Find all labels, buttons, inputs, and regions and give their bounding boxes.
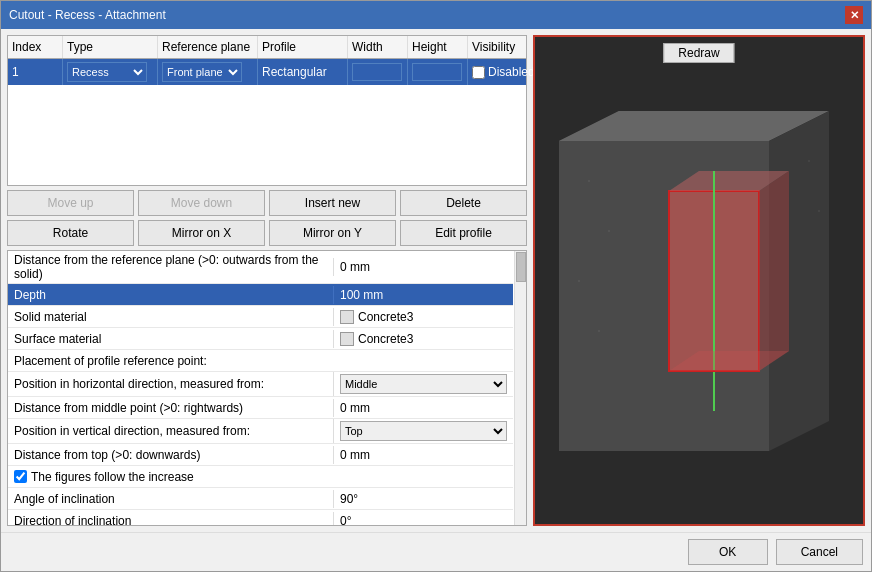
figures-follow-label: The figures follow the increase [31,470,194,484]
col-index: Index [8,36,63,58]
properties-list: Distance from the reference plane (>0: o… [8,251,526,526]
table-container: Index Type Reference plane Profile Width… [7,35,527,186]
cell-type[interactable]: Recess [63,59,158,85]
prop-label-direction: Direction of inclination [8,512,333,527]
table-empty-area [8,85,526,185]
prop-value-direction: 0° [333,512,513,527]
prop-label-surface-mat: Surface material [8,330,333,348]
type-select[interactable]: Recess [67,62,147,82]
prop-label-depth: Depth [8,286,333,304]
col-width: Width [348,36,408,58]
prop-row-dist-ref[interactable]: Distance from the reference plane (>0: o… [8,251,513,284]
prop-val-solid-mat-text: Concrete3 [358,310,413,324]
cell-height[interactable]: 100 mm [408,59,468,85]
svg-point-4 [578,280,580,282]
mirror-y-button[interactable]: Mirror on Y [269,220,396,246]
btn-row-2: Rotate Mirror on X Mirror on Y Edit prof… [7,220,527,246]
scene-container [535,37,863,524]
prop-label-angle: Angle of inclination [8,490,333,508]
prop-val-dist-top-text: 0 mm [340,448,370,462]
visibility-label: Disabled [488,65,535,79]
rotate-button[interactable]: Rotate [7,220,134,246]
svg-point-2 [588,180,590,182]
prop-label-dist-ref: Distance from the reference plane (>0: o… [8,251,333,283]
prop-val-dist-ref-text: 0 mm [340,260,370,274]
prop-row-solid-mat[interactable]: Solid material Concrete3 [8,306,513,328]
prop-row-vert[interactable]: Position in vertical direction, measured… [8,419,513,444]
prop-row-dist-mid[interactable]: Distance from middle point (>0: rightwar… [8,397,513,419]
cell-index: 1 [8,59,63,85]
prop-label-figures-follow: The figures follow the increase [8,468,513,486]
figures-follow-checkbox[interactable] [14,470,27,483]
horiz-select[interactable]: Middle Left Right [340,374,507,394]
col-refplane: Reference plane [158,36,258,58]
prop-value-solid-mat: Concrete3 [333,308,513,326]
mirror-x-button[interactable]: Mirror on X [138,220,265,246]
close-button[interactable]: ✕ [845,6,863,24]
main-window: Cutout - Recess - Attachment ✕ Index Typ… [0,0,872,572]
prop-value-depth: 100 mm [333,286,513,304]
prop-row-angle[interactable]: Angle of inclination 90° [8,488,513,510]
prop-value-dist-mid: 0 mm [333,399,513,417]
insert-new-button[interactable]: Insert new [269,190,396,216]
recess-right [759,171,789,371]
content-area: Index Type Reference plane Profile Width… [1,29,871,532]
col-profile: Profile [258,36,348,58]
prop-value-angle: 90° [333,490,513,508]
redraw-button[interactable]: Redraw [663,43,734,63]
svg-point-6 [808,160,810,162]
prop-row-placement-section: Placement of profile reference point: [8,350,513,372]
cell-width[interactable]: 330 m [348,59,408,85]
btn-row-1: Move up Move down Insert new Delete [7,190,527,216]
properties-panel: Distance from the reference plane (>0: o… [7,250,527,526]
col-height: Height [408,36,468,58]
vert-select[interactable]: Top Middle Bottom [340,421,507,441]
prop-value-vert[interactable]: Top Middle Bottom [333,419,513,443]
cell-profile: Rectangular [258,59,348,85]
prop-value-dist-top: 0 mm [333,446,513,464]
title-bar: Cutout - Recess - Attachment ✕ [1,1,871,29]
width-input[interactable]: 330 m [352,63,402,81]
svg-point-3 [608,230,610,232]
edit-profile-button[interactable]: Edit profile [400,220,527,246]
3d-scene-svg [539,81,859,481]
move-up-button[interactable]: Move up [7,190,134,216]
prop-value-surface-mat: Concrete3 [333,330,513,348]
table-header: Index Type Reference plane Profile Width… [8,36,526,59]
prop-row-horiz[interactable]: Position in horizontal direction, measur… [8,372,513,397]
prop-row-surface-mat[interactable]: Surface material Concrete3 [8,328,513,350]
visibility-checkbox[interactable] [472,66,485,79]
ok-button[interactable]: OK [688,539,768,565]
cancel-button[interactable]: Cancel [776,539,863,565]
prop-label-vert: Position in vertical direction, measured… [8,422,333,440]
move-down-button[interactable]: Move down [138,190,265,216]
refplane-select[interactable]: Front plane [162,62,242,82]
3d-view-panel: Redraw [533,35,865,526]
prop-row-depth[interactable]: Depth 100 mm [8,284,513,306]
prop-label-dist-top: Distance from top (>0: downwards) [8,446,333,464]
cell-refplane[interactable]: Front plane [158,59,258,85]
left-panel: Index Type Reference plane Profile Width… [7,35,527,526]
scrollbar-thumb[interactable] [516,252,526,282]
delete-button[interactable]: Delete [400,190,527,216]
prop-label-placement: Placement of profile reference point: [8,352,513,370]
height-input[interactable]: 100 mm [412,63,462,81]
scrollbar-track[interactable] [514,251,526,525]
prop-row-direction[interactable]: Direction of inclination 0° [8,510,513,526]
prop-label-dist-mid: Distance from middle point (>0: rightwar… [8,399,333,417]
prop-val-depth-text: 100 mm [340,288,383,302]
solid-mat-color-swatch[interactable] [340,310,354,324]
table-row[interactable]: 1 Recess Front plane Rectangular 330 m [8,59,526,85]
prop-row-dist-top[interactable]: Distance from top (>0: downwards) 0 mm [8,444,513,466]
prop-label-solid-mat: Solid material [8,308,333,326]
prop-val-direction-text: 0° [340,514,351,527]
prop-val-angle-text: 90° [340,492,358,506]
prop-val-surface-mat-text: Concrete3 [358,332,413,346]
bottom-bar: OK Cancel [1,532,871,571]
prop-val-dist-mid-text: 0 mm [340,401,370,415]
svg-point-5 [598,330,600,332]
window-title: Cutout - Recess - Attachment [9,8,166,22]
prop-value-horiz[interactable]: Middle Left Right [333,372,513,396]
surface-mat-color-swatch[interactable] [340,332,354,346]
prop-row-figures-follow[interactable]: The figures follow the increase [8,466,513,488]
